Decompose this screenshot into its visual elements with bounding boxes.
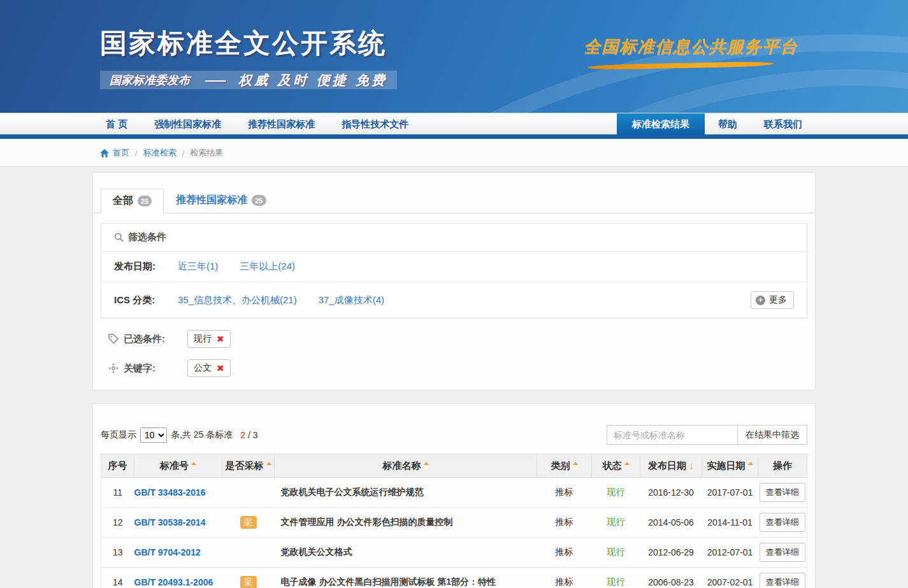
col-status[interactable]: 状态 [592, 454, 640, 478]
result-search-input[interactable] [607, 425, 737, 445]
per-page-select[interactable]: 10 [140, 427, 167, 443]
page-total: / 3 [245, 430, 257, 440]
view-detail-button[interactable]: 查看详细 [760, 543, 805, 562]
sort-icon [748, 462, 753, 470]
standard-name: 电子成像 办公文件黑白扫描用测试标板 第1部分：特性 [275, 568, 537, 588]
col-index: 序号 [101, 454, 134, 478]
pub-date-cell: 2014-05-06 [640, 508, 702, 538]
row-index: 12 [101, 508, 134, 538]
adopted-cell: 采 [222, 508, 275, 538]
row-index: 14 [101, 568, 134, 588]
nav-home[interactable]: 首 页 [92, 113, 141, 135]
tab-recommended-count-badge: 25 [252, 195, 266, 206]
col-action: 操作 [758, 454, 807, 478]
tab-recommended-standards[interactable]: 推荐性国家标准 25 [164, 188, 278, 213]
adopted-badge: 采 [240, 516, 257, 529]
impl-date-cell: 2014-11-01 [702, 508, 758, 538]
adopted-cell [222, 478, 275, 508]
sort-icon [266, 462, 271, 470]
selected-conditions-label: 已选条件: [124, 333, 178, 345]
results-table: 序号 标准号 是否采标 标准名称 类别 状态 发布日期↓ 实施日期 操作 11 [101, 454, 807, 588]
breadcrumb-standard-search[interactable]: 标准检索 [143, 147, 177, 159]
nav-search-results[interactable]: 标准检索结果 [617, 113, 705, 135]
keyword-row: 关键字: 公文 ✖ [93, 348, 815, 377]
per-page-prefix: 每页显示 [101, 429, 136, 441]
row-index: 13 [101, 538, 134, 568]
col-impl-date[interactable]: 实施日期 [702, 454, 758, 478]
per-page-suffix: 条,共 25 条标准 [171, 429, 233, 441]
col-standard-name[interactable]: 标准名称 [275, 454, 537, 478]
impl-date-cell: 2012-07-01 [702, 538, 758, 568]
breadcrumb-separator: / [182, 148, 185, 158]
search-icon [114, 233, 124, 242]
category-cell: 推标 [537, 478, 592, 508]
standard-name: 文件管理应用 办公文件彩色扫描的质量控制 [275, 508, 537, 538]
breadcrumb-bar: 首页 / 标准检索 / 检索结果 [0, 139, 908, 167]
col-pub-date[interactable]: 发布日期↓ [640, 454, 702, 478]
keyword-chip: 公文 ✖ [187, 359, 231, 377]
filter-title-row: 筛选条件 [101, 224, 807, 252]
col-standard-code[interactable]: 标准号 [134, 454, 222, 478]
nav-mandatory-standards[interactable]: 强制性国家标准 [141, 113, 234, 135]
standard-code-link[interactable]: GB/T 9704-2012 [134, 547, 201, 557]
filter-option-ics35[interactable]: 35_信息技术、办公机械(21) [178, 294, 297, 306]
table-header-row: 序号 标准号 是否采标 标准名称 类别 状态 发布日期↓ 实施日期 操作 [101, 454, 807, 478]
filter-group-label: ICS 分类: [114, 294, 178, 306]
sort-icon [424, 462, 429, 470]
more-button[interactable]: + 更多 [751, 291, 794, 309]
standard-code-link[interactable]: GB/T 20493.1-2006 [134, 577, 213, 587]
standard-name: 党政机关电子公文系统运行维护规范 [275, 478, 537, 508]
status-cell: 现行 [592, 478, 640, 508]
brush-underline [587, 61, 774, 70]
filter-panel: 全部 25 推荐性国家标准 25 筛选条件 发布日期: 近三年(1) 三年以上(… [92, 172, 816, 391]
standard-name: 党政机关公文格式 [275, 538, 537, 568]
chip-label: 现行 [194, 333, 212, 345]
close-icon[interactable]: ✖ [217, 364, 224, 373]
platform-name: 全国标准信息公共服务平台 [584, 36, 798, 58]
col-category[interactable]: 类别 [537, 454, 592, 478]
category-cell: 推标 [537, 508, 592, 538]
col-adopted[interactable]: 是否采标 [222, 454, 275, 478]
tab-all-label: 全部 [113, 194, 133, 208]
nav-recommended-standards[interactable]: 推荐性国家标准 [234, 113, 328, 135]
filter-option-ics37[interactable]: 37_成像技术(4) [319, 294, 384, 306]
view-detail-button[interactable]: 查看详细 [760, 513, 805, 532]
results-panel: 每页显示 10 条,共 25 条标准 2 / 3 在结果中筛选 [92, 403, 816, 588]
breadcrumb-current: 检索结果 [190, 147, 223, 159]
home-icon [100, 149, 109, 157]
standard-code-link[interactable]: GB/T 30538-2014 [134, 517, 206, 527]
view-detail-button[interactable]: 查看详细 [760, 483, 805, 502]
filter-option-over3y[interactable]: 三年以上(24) [240, 261, 295, 273]
table-row: 12 GB/T 30538-2014 采 文件管理应用 办公文件彩色扫描的质量控… [101, 508, 807, 538]
standard-code-link[interactable]: GB/T 33483-2016 [134, 487, 206, 498]
result-tabs: 全部 25 推荐性国家标准 25 [93, 173, 815, 213]
filter-conditions-box: 筛选条件 发布日期: 近三年(1) 三年以上(24) ICS 分类: 35_信息… [101, 223, 807, 319]
page-indicator: 2 / 3 [240, 430, 257, 440]
tag-icon [108, 334, 119, 344]
close-icon[interactable]: ✖ [217, 334, 224, 343]
view-detail-button[interactable]: 查看详细 [760, 573, 805, 588]
chip-label: 公文 [194, 362, 212, 374]
more-button-label: 更多 [769, 294, 787, 306]
impl-date-cell: 2007-02-01 [702, 568, 758, 588]
tab-all[interactable]: 全部 25 [101, 189, 164, 213]
filter-title: 筛选条件 [128, 231, 166, 243]
selected-conditions-row: 已选条件: 现行 ✖ [93, 319, 815, 348]
category-cell: 推标 [537, 538, 592, 568]
status-cell: 现行 [592, 538, 640, 568]
tab-recommended-label: 推荐性国家标准 [176, 194, 247, 207]
site-title: 国家标准全文公开系统 [100, 25, 387, 61]
nav-help[interactable]: 帮助 [705, 113, 751, 135]
breadcrumb-home[interactable]: 首页 [113, 147, 129, 159]
sort-icon [191, 462, 196, 470]
site-header: 国家标准全文公开系统 国家标准委发布 —— 权威 及时 便捷 免费 全国标准信息… [0, 0, 908, 113]
subtitle-dash: —— [204, 73, 224, 87]
filter-in-results-button[interactable]: 在结果中筛选 [737, 425, 807, 445]
filter-option-recent3y[interactable]: 近三年(1) [178, 261, 218, 273]
site-subtitle: 国家标准委发布 —— 权威 及时 便捷 免费 [100, 71, 397, 89]
adopted-cell [222, 538, 275, 568]
nav-guidance-documents[interactable]: 指导性技术文件 [328, 113, 422, 135]
nav-contact[interactable]: 联系我们 [751, 113, 816, 135]
row-index: 11 [101, 478, 134, 508]
filter-group-ics: ICS 分类: 35_信息技术、办公机械(21) 37_成像技术(4) + 更多 [101, 282, 807, 318]
